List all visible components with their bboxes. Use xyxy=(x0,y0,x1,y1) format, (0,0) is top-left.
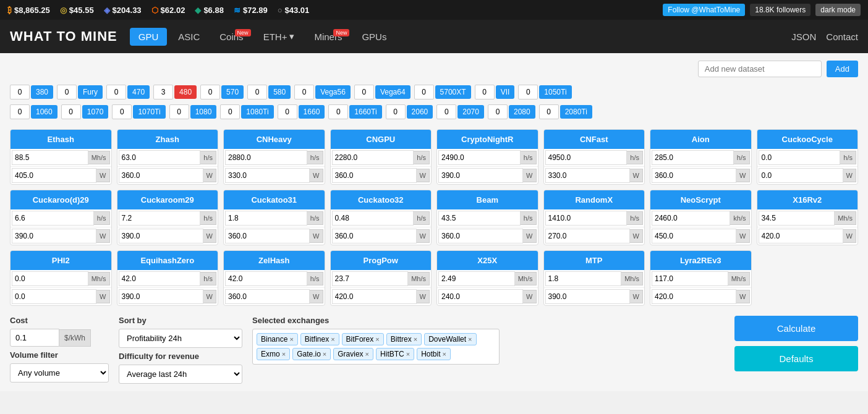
gpu-count-470[interactable] xyxy=(106,85,126,99)
gpu-count-1070[interactable] xyxy=(61,104,81,119)
algo-speed-input[interactable] xyxy=(225,150,307,165)
exchange-tag-remove[interactable]: × xyxy=(414,336,417,343)
gpu-label-vega64[interactable]: Vega64 xyxy=(375,85,411,99)
dataset-input[interactable] xyxy=(698,61,822,77)
algo-speed-input[interactable] xyxy=(332,211,414,226)
algo-header-cuckaroom29[interactable]: Cuckaroom29 xyxy=(117,190,218,209)
gpu-label-vii[interactable]: VII xyxy=(496,85,515,99)
algo-power-input[interactable] xyxy=(438,289,523,304)
exchange-tag-remove[interactable]: × xyxy=(289,336,293,343)
gpu-label-2060[interactable]: 2060 xyxy=(407,105,433,119)
algo-header-cngpu[interactable]: CNGPU xyxy=(331,130,432,149)
gpu-label-1050ti[interactable]: 1050Ti xyxy=(539,85,571,99)
algo-speed-input[interactable] xyxy=(652,271,728,286)
algo-header-aion[interactable]: Aion xyxy=(650,130,751,149)
algo-power-input[interactable] xyxy=(12,229,96,243)
gpu-label-580[interactable]: 580 xyxy=(268,85,291,99)
algo-header-x16rv2[interactable]: X16Rv2 xyxy=(757,190,858,209)
algo-speed-input[interactable] xyxy=(332,150,414,165)
gpu-count-380[interactable] xyxy=(10,85,30,99)
algo-header-cuckoocycle[interactable]: CuckooCycle xyxy=(757,130,858,149)
gpu-count-1080[interactable] xyxy=(169,104,189,119)
volume-select[interactable]: Any volume Top 50% Top 25% xyxy=(10,363,109,382)
defaults-button[interactable]: Defaults xyxy=(734,346,858,371)
algo-speed-input[interactable] xyxy=(119,211,201,226)
gpu-count-2080ti[interactable] xyxy=(539,104,559,119)
exchange-tag-remove[interactable]: × xyxy=(323,350,326,358)
algo-speed-input[interactable] xyxy=(652,211,730,226)
gpu-label-1080ti[interactable]: 1080Ti xyxy=(241,105,273,119)
nav-json[interactable]: JSON xyxy=(791,32,816,42)
gpu-count-2080[interactable] xyxy=(488,104,508,119)
algo-speed-input[interactable] xyxy=(119,150,201,165)
gpu-label-1660[interactable]: 1660 xyxy=(299,105,325,119)
gpu-count-480[interactable] xyxy=(153,85,173,99)
algo-power-input[interactable] xyxy=(332,168,417,183)
nav-item-gpus[interactable]: GPUs xyxy=(353,28,395,46)
gpu-count-1080ti[interactable] xyxy=(220,104,240,119)
algo-header-cuckatoo31[interactable]: Cuckatoo31 xyxy=(224,190,325,209)
gpu-count-1660[interactable] xyxy=(278,104,297,119)
gpu-count-2060[interactable] xyxy=(386,104,406,119)
calculate-button[interactable]: Calculate xyxy=(734,316,858,341)
algo-speed-input[interactable] xyxy=(332,271,409,286)
gpu-label-5700xt[interactable]: 5700XT xyxy=(435,85,471,99)
algo-speed-input[interactable] xyxy=(225,211,307,226)
exchange-tag-remove[interactable]: × xyxy=(375,336,379,343)
gpu-count-1060[interactable] xyxy=(10,104,30,119)
gpu-count-1070ti[interactable] xyxy=(112,104,132,119)
algo-speed-input[interactable] xyxy=(545,211,628,226)
algo-speed-input[interactable] xyxy=(119,271,201,286)
algo-header-cnheavy[interactable]: CNHeavy xyxy=(224,130,325,149)
algo-power-input[interactable] xyxy=(438,229,523,243)
algo-power-input[interactable] xyxy=(652,289,736,304)
algo-header-cnfast[interactable]: CNFast xyxy=(544,130,645,149)
algo-header-neoscrypt[interactable]: NeoScrypt xyxy=(650,190,751,209)
gpu-label-1660ti[interactable]: 1660Ti xyxy=(349,105,381,119)
exchange-tag-remove[interactable]: × xyxy=(406,350,410,358)
algo-speed-input[interactable] xyxy=(12,271,88,286)
add-dataset-button[interactable]: Add xyxy=(827,61,858,77)
gpu-count-vii[interactable] xyxy=(475,85,495,99)
gpu-label-380[interactable]: 380 xyxy=(31,85,53,99)
gpu-count-1660ti[interactable] xyxy=(328,104,348,119)
algo-speed-input[interactable] xyxy=(438,150,521,165)
algo-header-beam[interactable]: Beam xyxy=(437,190,538,209)
algo-speed-input[interactable] xyxy=(545,150,628,165)
algo-speed-input[interactable] xyxy=(438,271,515,286)
exchange-tag-remove[interactable]: × xyxy=(468,336,472,343)
algo-header-lyra2rev3[interactable]: Lyra2REv3 xyxy=(650,251,751,270)
algo-power-input[interactable] xyxy=(119,229,203,243)
gpu-label-1070ti[interactable]: 1070Ti xyxy=(133,105,165,119)
gpu-count-570[interactable] xyxy=(200,85,220,99)
gpu-label-1060[interactable]: 1060 xyxy=(31,105,57,119)
algo-power-input[interactable] xyxy=(545,168,630,183)
algo-speed-input[interactable] xyxy=(12,150,88,165)
algo-speed-input[interactable] xyxy=(759,150,841,165)
algo-power-input[interactable] xyxy=(225,168,310,183)
gpu-label-2070[interactable]: 2070 xyxy=(457,105,484,119)
nav-item-gpu[interactable]: GPU xyxy=(130,28,168,46)
nav-item-coins[interactable]: Coins New xyxy=(211,28,252,46)
algo-header-ethash[interactable]: Ethash xyxy=(11,130,111,149)
algo-power-input[interactable] xyxy=(545,229,630,243)
gpu-label-2080ti[interactable]: 2080Ti xyxy=(560,105,592,119)
algo-header-phi2[interactable]: PHI2 xyxy=(11,251,111,270)
algo-power-input[interactable] xyxy=(438,168,523,183)
gpu-label-470[interactable]: 470 xyxy=(127,85,150,99)
nav-item-asic[interactable]: ASIC xyxy=(169,28,208,46)
algo-header-zhash[interactable]: Zhash xyxy=(117,130,218,149)
algo-header-cuckatoo32[interactable]: Cuckatoo32 xyxy=(331,190,432,209)
exchange-tag-remove[interactable]: × xyxy=(365,350,369,358)
exchange-tag-remove[interactable]: × xyxy=(282,350,286,358)
gpu-label-fury[interactable]: Fury xyxy=(78,85,103,99)
gpu-count-1050ti[interactable] xyxy=(518,85,538,99)
exchange-tag-remove[interactable]: × xyxy=(331,336,334,343)
algo-power-input[interactable] xyxy=(225,289,310,304)
algo-power-input[interactable] xyxy=(332,289,417,304)
algo-speed-input[interactable] xyxy=(759,211,835,226)
algo-header-randomx[interactable]: RandomX xyxy=(544,190,645,209)
algo-speed-input[interactable] xyxy=(545,271,622,286)
algo-header-cryptonightr[interactable]: CryptoNightR xyxy=(437,130,538,149)
algo-header-mtp[interactable]: MTP xyxy=(544,251,645,270)
